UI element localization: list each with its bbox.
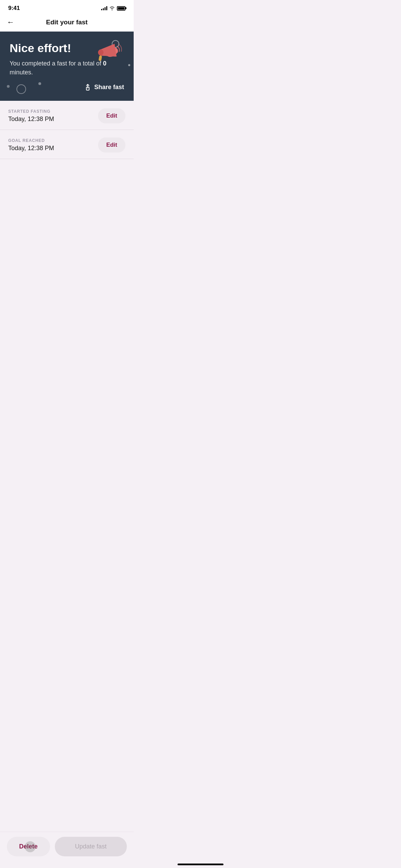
edit-goal-button[interactable]: Edit xyxy=(98,137,125,153)
wifi-icon xyxy=(109,6,115,10)
started-fasting-value: Today, 12:38 PM xyxy=(8,116,54,123)
share-icon xyxy=(84,84,92,91)
edit-start-button[interactable]: Edit xyxy=(98,108,125,123)
share-fast-label: Share fast xyxy=(94,84,124,91)
subtitle-highlight: 0 xyxy=(103,60,107,67)
status-time: 9:41 xyxy=(8,5,20,12)
status-bar: 9:41 xyxy=(0,0,134,14)
started-fasting-label: STARTED FASTING xyxy=(8,109,54,114)
goal-reached-label: GOAL REACHED xyxy=(8,138,54,143)
share-fast-button[interactable]: Share fast xyxy=(84,84,124,91)
hero-subtitle: You completed a fast for a total of 0 mi… xyxy=(10,59,124,76)
content-spacer xyxy=(0,159,134,330)
status-icons xyxy=(101,6,125,11)
dot-6 xyxy=(38,82,41,85)
subtitle-suffix: minutes. xyxy=(10,69,33,76)
nav-header: ← Edit your fast xyxy=(0,14,134,32)
goal-reached-info: GOAL REACHED Today, 12:38 PM xyxy=(8,138,54,152)
signal-icon xyxy=(101,6,107,10)
battery-icon xyxy=(117,6,125,11)
dot-3 xyxy=(128,64,130,66)
goal-reached-record: GOAL REACHED Today, 12:38 PM Edit xyxy=(0,130,134,159)
hero-content: Nice effort! You completed a fast for a … xyxy=(10,42,124,77)
page-title: Edit your fast xyxy=(46,19,87,26)
hero-title: Nice effort! xyxy=(10,42,124,55)
goal-reached-value: Today, 12:38 PM xyxy=(8,145,54,152)
started-fasting-info: STARTED FASTING Today, 12:38 PM xyxy=(8,109,54,123)
started-fasting-record: STARTED FASTING Today, 12:38 PM Edit xyxy=(0,101,134,130)
content-area: STARTED FASTING Today, 12:38 PM Edit GOA… xyxy=(0,101,134,330)
hero-banner: Nice effort! You completed a fast for a … xyxy=(0,32,134,101)
dot-4 xyxy=(7,85,10,88)
dot-5 xyxy=(16,84,26,94)
back-button[interactable]: ← xyxy=(7,19,14,26)
subtitle-prefix: You completed a fast for a total of xyxy=(10,60,103,67)
